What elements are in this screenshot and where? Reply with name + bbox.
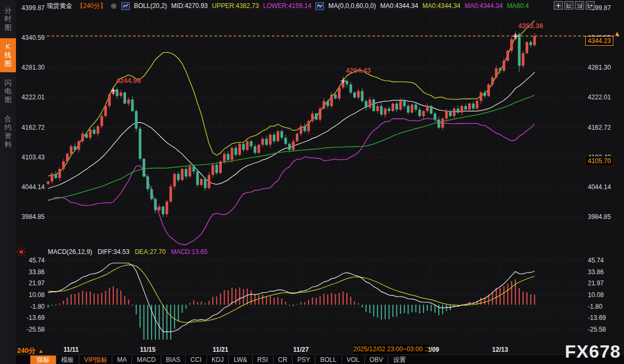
ma0-value-1: MA0:4344.34 xyxy=(380,2,418,10)
ma0-value-2: MA0:4344.34 xyxy=(422,2,460,10)
price-annotation: 4264.43 xyxy=(346,66,371,74)
macd-axis-label-left: 33.86 xyxy=(18,268,45,276)
toolbar-item-BOLL[interactable]: BOLL xyxy=(315,355,342,364)
sidebar-tab-K线图[interactable]: K线图 xyxy=(0,38,16,72)
price-axis-label-left: 4162.72 xyxy=(18,124,45,131)
boll-indicator-icon[interactable] xyxy=(121,2,130,10)
toolbar-item-VOL[interactable]: VOL xyxy=(342,355,364,364)
macd-axis-label-right: -13.69 xyxy=(588,314,606,321)
boll-upper-value: UPPER:4382.73 xyxy=(212,2,259,10)
boll-lower-value: LOWER:4159.14 xyxy=(263,2,312,10)
price-axis-label-left: 4281.30 xyxy=(18,64,45,71)
toolbar-item-CR[interactable]: CR xyxy=(273,355,292,364)
sidebar-tab-闪电图[interactable]: 闪电图 xyxy=(0,74,16,108)
macd-axis-label-left: -1.80 xyxy=(18,303,45,310)
macd-axis-label-right: 10.08 xyxy=(588,291,604,299)
date-tick-label: 11/21 xyxy=(205,346,237,353)
ma0-value-3: MA0:4344.34 xyxy=(464,2,502,10)
price-axis-label-right: 4162.72 xyxy=(588,124,611,131)
trading-app-window: 分时图K线图闪电图合约资料 现货黄金 【240分】 ⊕ BOLL(20,2) M… xyxy=(0,0,624,364)
toolbar-item-PSY[interactable]: PSY xyxy=(292,355,315,364)
price-axis-label-left: 4044.14 xyxy=(18,183,45,191)
macd-axis-label-left: 21.97 xyxy=(18,280,45,287)
current-price-tag: 4344.23 xyxy=(585,36,613,46)
toolbar-item-OBV[interactable]: OBV xyxy=(364,355,388,364)
export-panel-icon[interactable] xyxy=(586,1,595,10)
ma-indicator-icon[interactable] xyxy=(315,2,324,10)
price-axis-label-right: 4281.30 xyxy=(588,64,611,71)
toolbar-item-KDJ[interactable]: KDJ xyxy=(206,355,229,364)
macd-diff-value: DIFF:34.53 xyxy=(97,248,129,256)
macd-macd-value: MACD:13.65 xyxy=(171,248,207,256)
price-axis-label-left: 4340.59 xyxy=(18,34,45,41)
macd-axis-label-left: -13.69 xyxy=(18,314,45,321)
toolbar-item-MA[interactable]: MA xyxy=(112,355,131,364)
price-axis-label-right: 4222.01 xyxy=(588,94,611,101)
chart-axis-right-icon[interactable] xyxy=(575,1,584,10)
chart-axis-left-icon[interactable] xyxy=(564,1,573,10)
add-indicator-icon[interactable]: ⊕ xyxy=(111,2,117,10)
macd-axis-label-left: 10.08 xyxy=(18,291,45,299)
indicator-toolbar: 指标模板VIP指标MAMACDBIASCCIKDJLW&RSICRPSYBOLL… xyxy=(16,354,624,364)
macd-axis-label-left: 45.74 xyxy=(18,257,45,264)
macd-header: MACD(26,12,9) DIFF:34.53 DEA:27.70 MACD:… xyxy=(48,248,207,256)
macd-axis-label-right: 45.74 xyxy=(588,257,604,264)
toolbar-item-指标[interactable]: 指标 xyxy=(30,355,56,364)
price-annotation: 4244.96 xyxy=(116,77,141,84)
macd-axis-label-right: -1.80 xyxy=(588,303,602,310)
toolbar-item-设置[interactable]: 设置 xyxy=(388,355,411,364)
chart-toolbar-icons xyxy=(554,1,595,10)
toolbar-item-MACD[interactable]: MACD xyxy=(131,355,160,364)
chart-header: 现货黄金 【240分】 ⊕ BOLL(20,2) MID:4270.93 UPP… xyxy=(47,2,529,10)
price-axis-label-right: 3984.85 xyxy=(588,213,611,221)
date-tick-label: 11/15 xyxy=(132,346,164,353)
sidebar-tab-分时图[interactable]: 分时图 xyxy=(0,2,16,36)
macd-label: MACD(26,12,9) xyxy=(48,248,92,256)
price-axis-label-left: 3984.85 xyxy=(18,213,45,221)
time-range-tooltip: 2025/12/02 23:00~03:00 二 xyxy=(353,345,429,354)
macd-axis-label-right: 33.86 xyxy=(588,268,604,276)
toolbar-item-LW&[interactable]: LW& xyxy=(228,355,252,364)
ma-label: MA(0,0,0,60,0,0) xyxy=(328,2,376,10)
period-label[interactable]: 【240分】 xyxy=(77,2,106,11)
sidebar: 分时图K线图闪电图合约资料 xyxy=(0,0,16,364)
boll-mid-value: MID:4270.93 xyxy=(171,2,208,10)
price-axis-label-left: 4399.87 xyxy=(18,4,45,12)
ma60-value: MA60:4 xyxy=(507,2,529,10)
price-annotation: 4353.36 xyxy=(518,22,543,30)
symbol-name: 现货黄金 xyxy=(47,2,72,11)
boll-label: BOLL(20,2) xyxy=(134,2,167,10)
toolbar-item-VIP指标[interactable]: VIP指标 xyxy=(79,355,112,364)
chevron-up-icon: ▲ xyxy=(38,348,44,354)
price-axis-label-left: 4222.01 xyxy=(18,94,45,101)
toolbar-item-CCI[interactable]: CCI xyxy=(185,355,206,364)
date-tick-label: 12/13 xyxy=(484,346,516,353)
price-axis-label-left: 4103.43 xyxy=(18,154,45,161)
macd-axis-label-right: 21.97 xyxy=(588,280,604,287)
price-axis-label-right: 4044.14 xyxy=(588,183,611,191)
toolbar-item-模板[interactable]: 模板 xyxy=(56,355,79,364)
macd-axis-label-right: -25.58 xyxy=(588,326,606,333)
macd-axis-label-left: -25.58 xyxy=(18,326,45,333)
price-level-tag: 4105.70 xyxy=(585,156,613,166)
date-tick-label: 11/11 xyxy=(55,346,87,353)
brand-watermark: FX678 xyxy=(565,342,621,361)
crosshair-icon[interactable] xyxy=(554,1,563,10)
candlestick-chart[interactable] xyxy=(0,0,624,364)
toolbar-item-RSI[interactable]: RSI xyxy=(252,355,273,364)
toolbar-item-BIAS[interactable]: BIAS xyxy=(161,355,185,364)
date-tick-label: 11/27 xyxy=(285,346,317,353)
macd-dea-value: DEA:27.70 xyxy=(135,248,165,256)
sidebar-tab-合约资料[interactable]: 合约资料 xyxy=(0,111,16,153)
price-arrow-icon: ▲ xyxy=(614,30,620,37)
